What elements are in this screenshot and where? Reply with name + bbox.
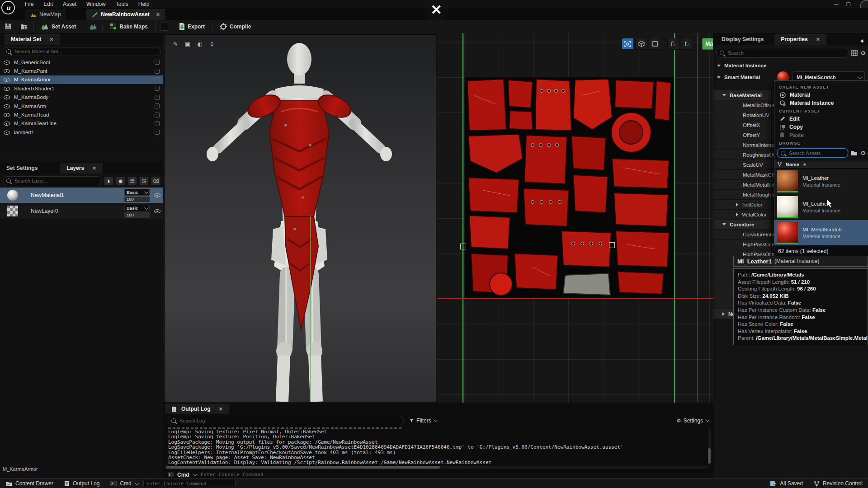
viewport-3d[interactable]: ✎ ▣ ◐ ↧ bbox=[164, 34, 436, 402]
browse-folder-icon[interactable] bbox=[20, 22, 29, 31]
blend-mode-dropdown[interactable]: Basic bbox=[124, 205, 150, 211]
view-options-gear-icon[interactable]: ⚙ bbox=[860, 150, 866, 156]
list-item[interactable]: M_KarmaHead bbox=[0, 110, 163, 119]
menu-tools[interactable]: Tools bbox=[111, 0, 133, 8]
tab-newrainbowasset[interactable]: NewRainbowAsset ✕ bbox=[86, 9, 166, 20]
tab-newmap[interactable]: NewMap bbox=[25, 9, 66, 20]
uv-selection-handle[interactable] bbox=[609, 242, 615, 248]
list-item-selected[interactable]: M_KarmaArmor bbox=[0, 75, 163, 84]
asset-search-input[interactable] bbox=[788, 150, 844, 156]
material-set-search[interactable] bbox=[3, 47, 160, 56]
opacity-field[interactable]: 100 bbox=[124, 197, 150, 202]
sphere-icon[interactable]: ● bbox=[116, 177, 125, 185]
cmd-dropdown[interactable]: Cmd bbox=[105, 479, 143, 488]
content-drawer-button[interactable]: Content Drawer bbox=[0, 479, 59, 488]
list-item[interactable]: M_KamraTearLine bbox=[0, 119, 163, 128]
mask-icon[interactable]: ◗ bbox=[104, 177, 113, 185]
visibility-eye-icon[interactable] bbox=[4, 68, 10, 74]
properties-tab-close-icon[interactable]: ✕ bbox=[816, 37, 820, 42]
list-item[interactable]: M_KarmaPant bbox=[0, 66, 163, 75]
color-swatch[interactable] bbox=[160, 23, 168, 31]
download-pose-icon[interactable]: ↧ bbox=[208, 39, 217, 48]
layer-row[interactable]: NewLayer0 Basic 100 bbox=[0, 203, 163, 219]
sparkle-icon[interactable]: ✦ bbox=[856, 38, 868, 45]
log-vscrollbar[interactable] bbox=[708, 428, 711, 465]
settings-gear-icon[interactable]: ⚙ bbox=[860, 50, 866, 56]
section-smart-material[interactable]: Smart Material bbox=[724, 75, 760, 80]
bake-maps-button[interactable]: Bake Maps bbox=[107, 21, 151, 33]
menu-help[interactable]: Help bbox=[133, 0, 155, 8]
visibility-eye-icon[interactable] bbox=[4, 112, 10, 117]
visibility-eye-icon[interactable] bbox=[4, 103, 10, 109]
layer-search[interactable] bbox=[3, 176, 102, 185]
sphere-shade-icon[interactable]: ◐ bbox=[195, 39, 204, 48]
tab-properties[interactable]: Properties ✕ bbox=[774, 34, 826, 45]
tab-display-settings[interactable]: Display Settings bbox=[715, 34, 770, 45]
status-console-input[interactable] bbox=[143, 480, 236, 487]
layer-search-input[interactable] bbox=[14, 178, 98, 184]
list-item[interactable]: lambert1 bbox=[0, 128, 163, 136]
viewport-uv[interactable]: 1 2 Material bbox=[437, 33, 713, 403]
menu-item-copy[interactable]: Copy bbox=[774, 123, 868, 131]
unreal-logo-icon[interactable]: u bbox=[1, 1, 15, 14]
material-set-tab-close-icon[interactable]: ✕ bbox=[49, 37, 53, 42]
properties-search[interactable] bbox=[716, 48, 849, 58]
uv-texture-atlas[interactable] bbox=[465, 77, 674, 298]
tab-set-settings[interactable]: Set Settings bbox=[0, 163, 44, 174]
blend-icon[interactable]: ◲ bbox=[139, 177, 149, 185]
visibility-eye-icon[interactable] bbox=[4, 121, 10, 126]
layers-tab-close-icon[interactable]: ✕ bbox=[92, 165, 96, 171]
collapse-arrow-icon[interactable] bbox=[717, 65, 721, 67]
screenshot-mode-button[interactable] bbox=[622, 38, 634, 50]
folder-icon[interactable] bbox=[851, 150, 858, 156]
asset-row-selected[interactable]: MI_MetalScratch Material Instance bbox=[774, 220, 868, 246]
filters-dropdown[interactable]: Filters bbox=[409, 418, 437, 424]
list-item[interactable]: M_GenericBoot bbox=[0, 58, 163, 66]
opacity-field[interactable]: 100 bbox=[124, 212, 150, 218]
chevron-down-icon[interactable] bbox=[193, 472, 198, 476]
material-set-search-input[interactable] bbox=[14, 48, 157, 55]
properties-search-input[interactable] bbox=[727, 50, 845, 56]
set-asset-button[interactable]: Set Asset bbox=[38, 21, 79, 33]
stamp-icon[interactable]: ▣ bbox=[183, 39, 192, 48]
revision-control-button[interactable]: Revision Control bbox=[808, 479, 868, 488]
visibility-eye-icon[interactable] bbox=[4, 130, 10, 135]
tab-close-icon[interactable]: ✕ bbox=[156, 12, 160, 18]
apply-asset-icon[interactable] bbox=[89, 22, 98, 31]
character-model[interactable] bbox=[165, 35, 436, 402]
visibility-eye-icon[interactable] bbox=[4, 86, 10, 91]
output-log-close-icon[interactable]: ✕ bbox=[219, 406, 223, 412]
uv-channel-1-button[interactable]: 1 bbox=[667, 38, 679, 50]
material-mode-button[interactable]: Material bbox=[702, 38, 713, 50]
asset-row-hovered[interactable]: MI_Leather1 Material Instance bbox=[774, 194, 868, 220]
list-item[interactable]: M_KarmaBody bbox=[0, 93, 163, 102]
layer-visibility-eye-icon[interactable] bbox=[154, 208, 160, 214]
menu-item-material[interactable]: Material bbox=[774, 91, 868, 99]
revision-branch-icon[interactable] bbox=[777, 162, 782, 167]
menu-window[interactable]: Window bbox=[81, 0, 111, 8]
log-lines[interactable]: LogTemp: Saving texture: Pixel Normal, O… bbox=[163, 427, 713, 468]
maximize-button[interactable]: ▢ bbox=[846, 1, 851, 7]
layer-row-selected[interactable]: NewMaterial1 Basic 100 bbox=[0, 188, 163, 203]
output-log-button[interactable]: Output Log bbox=[59, 479, 105, 488]
tab-material-set[interactable]: Material Set ✕ bbox=[5, 34, 60, 45]
asset-search[interactable] bbox=[777, 148, 848, 158]
save-icon[interactable] bbox=[4, 22, 13, 31]
grid-view-icon[interactable] bbox=[851, 50, 858, 56]
visibility-eye-icon[interactable] bbox=[4, 77, 10, 82]
layer-visibility-eye-icon[interactable] bbox=[154, 192, 160, 198]
list-item[interactable]: ShaderfxShader1 bbox=[0, 84, 163, 93]
log-settings-dropdown[interactable]: ⚙ Settings bbox=[676, 418, 708, 424]
menu-item-paste[interactable]: Paste bbox=[774, 131, 868, 139]
menu-edit[interactable]: Edit bbox=[38, 0, 58, 8]
menu-item-edit[interactable]: Edit bbox=[774, 115, 868, 123]
cube-view-button[interactable] bbox=[635, 38, 647, 50]
uv-channel-2-button[interactable]: 2 bbox=[681, 38, 693, 50]
compile-button[interactable]: Compile bbox=[217, 21, 254, 33]
uv-selection-handle[interactable] bbox=[460, 244, 466, 249]
menu-file[interactable]: File bbox=[20, 0, 38, 8]
collapse-arrow-icon[interactable] bbox=[717, 76, 721, 79]
visibility-eye-icon[interactable] bbox=[4, 60, 10, 65]
log-console-input[interactable] bbox=[200, 471, 717, 478]
log-search[interactable] bbox=[168, 416, 404, 425]
